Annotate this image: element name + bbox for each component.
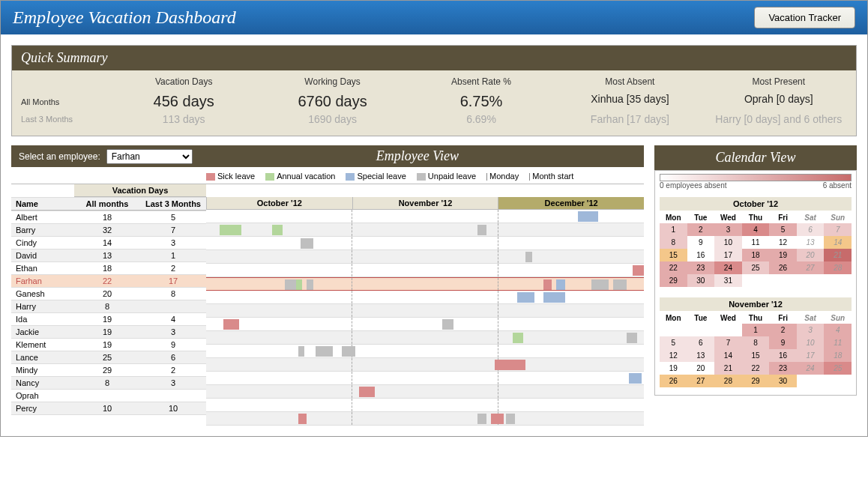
calendar-day[interactable]: 29 [742, 375, 770, 387]
calendar-day[interactable]: 1 [742, 324, 770, 336]
calendar-day[interactable]: 18 [742, 249, 770, 261]
vacation-tracker-button[interactable]: Vacation Tracker [754, 7, 855, 28]
val-l3-present: Harry [0 days] and 6 others [711, 113, 847, 125]
calendar-day[interactable]: 19 [660, 362, 687, 375]
calendar-day[interactable]: 5 [660, 336, 687, 349]
swatch-special [346, 173, 355, 181]
calendar-day[interactable]: 19 [769, 249, 797, 261]
calendar-day[interactable]: 10 [797, 336, 825, 349]
calendar-day[interactable]: 29 [660, 274, 687, 287]
calendar-day[interactable]: 25 [824, 362, 852, 375]
table-row[interactable]: Mindy292 [11, 364, 206, 377]
table-row[interactable]: Nancy83 [11, 377, 206, 390]
table-row[interactable]: Ida194 [11, 313, 206, 326]
row-all-months: All Months [21, 97, 103, 106]
calendar-day[interactable]: 13 [797, 236, 825, 249]
calendar-day[interactable]: 16 [769, 349, 797, 362]
calendar-day[interactable]: 11 [742, 236, 770, 249]
calendar-day[interactable]: 12 [660, 349, 687, 362]
calendar-day[interactable]: 28 [824, 261, 852, 274]
table-row[interactable]: Farhan2217 [11, 275, 206, 288]
calendar-day[interactable]: 14 [824, 236, 852, 249]
calendar-day[interactable]: 8 [660, 236, 687, 249]
table-row[interactable]: Oprah [11, 390, 206, 402]
th-name: Name [11, 198, 74, 211]
calendar-day[interactable]: 21 [824, 249, 852, 261]
calendar-day[interactable]: 27 [797, 261, 825, 274]
calendar-day[interactable]: 17 [797, 349, 825, 362]
calendar-day[interactable]: 17 [714, 249, 742, 261]
th-all: All months [74, 198, 140, 211]
gantt-block [359, 387, 374, 397]
calendar-day[interactable]: 31 [714, 274, 742, 287]
val-l3-absent: Farhan [17 days] [561, 113, 698, 125]
table-row[interactable]: Percy1010 [11, 402, 206, 415]
col-vacation-days: Vacation Days [115, 76, 252, 90]
gantt-block [442, 319, 453, 330]
table-row[interactable]: David131 [11, 249, 206, 262]
table-row[interactable]: Ethan182 [11, 262, 206, 275]
select-employee-label: Select an employee: [19, 151, 100, 162]
calendar-day[interactable]: 9 [769, 336, 797, 349]
calendar-day[interactable]: 28 [714, 375, 742, 387]
table-row[interactable]: Albert185 [11, 211, 206, 224]
gantt-row [206, 304, 644, 318]
calendar-day[interactable]: 7 [714, 336, 742, 349]
calendar-day[interactable]: 12 [769, 236, 797, 249]
employee-select[interactable]: Farhan [106, 149, 193, 164]
gantt-block [342, 346, 355, 357]
calendar-day[interactable]: 15 [742, 349, 770, 362]
calendar-day[interactable]: 3 [797, 324, 825, 336]
calendar-day[interactable]: 2 [687, 223, 715, 236]
calendar-day[interactable]: 13 [687, 349, 715, 362]
table-row[interactable]: Barry327 [11, 224, 206, 237]
calendar-day[interactable]: 7 [824, 223, 852, 236]
swatch-sick [206, 173, 215, 181]
calendar-day[interactable]: 2 [769, 324, 797, 336]
calendar-day[interactable]: 16 [687, 249, 715, 261]
table-row[interactable]: Ganesh208 [11, 288, 206, 300]
col-most-present: Most Present [711, 76, 847, 90]
calendar-day[interactable]: 6 [687, 336, 715, 349]
calendar-day[interactable]: 24 [797, 362, 825, 375]
gantt-block [301, 238, 314, 249]
calendar-day[interactable]: 26 [769, 261, 797, 274]
calendar-day[interactable]: 30 [769, 375, 797, 387]
calendar-day[interactable]: 22 [742, 362, 770, 375]
calendar-day[interactable]: 27 [687, 375, 715, 387]
table-row[interactable]: Harry8 [11, 300, 206, 313]
calendar-day[interactable]: 8 [742, 336, 770, 349]
calendar-day[interactable]: 23 [769, 362, 797, 375]
calendar-day[interactable]: 4 [824, 324, 852, 336]
calendar-day[interactable]: 20 [687, 362, 715, 375]
calendar-day[interactable]: 21 [714, 362, 742, 375]
val-l3-work: 1690 days [264, 113, 400, 125]
calendar-day[interactable]: 9 [687, 236, 715, 249]
calendar-day[interactable]: 22 [660, 261, 687, 274]
gantt-row [206, 264, 644, 277]
gantt-block [506, 414, 515, 424]
table-row[interactable]: Klement199 [11, 339, 206, 351]
calendar-day[interactable]: 1 [660, 223, 687, 236]
calendar-day[interactable]: 25 [742, 261, 770, 274]
table-row[interactable]: Lance256 [11, 351, 206, 364]
calendar-day[interactable]: 18 [824, 349, 852, 362]
val-l3-rate: 6.69% [413, 113, 549, 125]
calendar-day[interactable]: 5 [769, 223, 797, 236]
calendar-day[interactable]: 20 [797, 249, 825, 261]
table-row[interactable]: Jackie193 [11, 326, 206, 339]
calendar-day[interactable]: 14 [714, 349, 742, 362]
calendar-day[interactable]: 10 [714, 236, 742, 249]
calendar-day[interactable]: 26 [660, 375, 687, 387]
calendar-day[interactable]: 15 [660, 249, 687, 261]
calendar-day[interactable]: 24 [714, 261, 742, 274]
calendar-day[interactable]: 4 [742, 223, 770, 236]
calendar-day[interactable]: 6 [797, 223, 825, 236]
calendar-day[interactable]: 11 [824, 336, 852, 349]
table-row[interactable]: Cindy143 [11, 237, 206, 249]
calendar-day[interactable]: 30 [687, 274, 715, 287]
calendar-view-panel: Calendar View 0 employees absent 6 absen… [654, 145, 857, 426]
gantt-block [627, 333, 638, 343]
calendar-day[interactable]: 23 [687, 261, 715, 274]
calendar-day[interactable]: 3 [714, 223, 742, 236]
